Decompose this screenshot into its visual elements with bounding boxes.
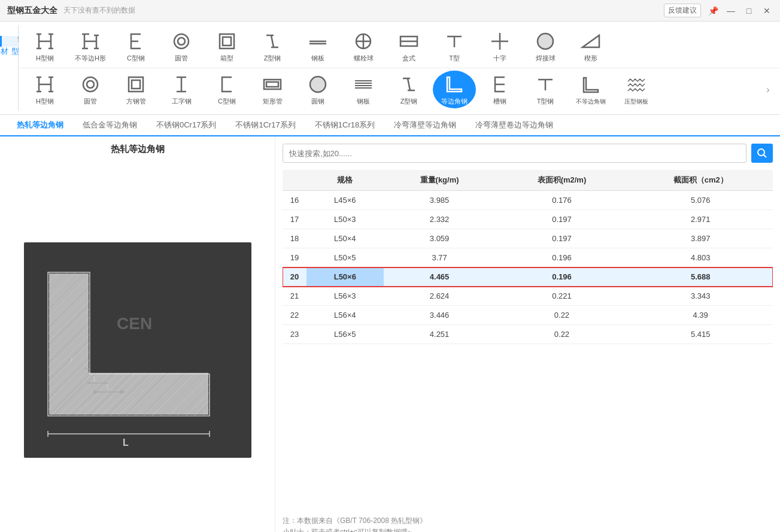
welding-c-steel[interactable]: C型钢 bbox=[114, 28, 157, 65]
welding-round-tube[interactable]: 圆管 bbox=[160, 28, 203, 65]
profile-z-steel[interactable]: Z型钢 bbox=[387, 71, 430, 108]
profile-c-steel[interactable]: C型钢 bbox=[205, 71, 248, 108]
toolbar: 焊接 型材 H型钢 bbox=[0, 22, 780, 115]
welding-box2[interactable]: 盒式 bbox=[387, 28, 430, 65]
welding-unequal-h[interactable]: 不等边H形 bbox=[69, 28, 112, 65]
cell-surface: 0.221 bbox=[496, 287, 629, 306]
col-no bbox=[283, 170, 306, 191]
table-row[interactable]: 19L50×53.770.1964.803 bbox=[283, 248, 773, 267]
profile-steel-plate-icon bbox=[352, 73, 375, 96]
cell-spec: L50×6 bbox=[306, 267, 384, 287]
welding-t-steel[interactable]: T型 bbox=[433, 28, 476, 65]
profile-t-steel[interactable]: T型钢 bbox=[524, 71, 567, 108]
profile-press-plate-icon bbox=[625, 74, 648, 96]
subtab-cold-thin-edge[interactable]: 冷弯薄壁卷边等边角钢 bbox=[466, 115, 563, 136]
z-steel-w-icon bbox=[261, 30, 284, 53]
box2-label: 盒式 bbox=[402, 54, 415, 63]
cell-weight: 4.251 bbox=[384, 325, 496, 344]
welding-plate[interactable]: 钢板 bbox=[296, 28, 339, 65]
cell-area: 3.897 bbox=[628, 229, 773, 248]
subtab-low-alloy[interactable]: 低合金等边角钢 bbox=[73, 115, 147, 136]
wedge-label: 楔形 bbox=[584, 54, 597, 63]
cell-spec: L56×5 bbox=[306, 325, 384, 344]
table-body: 16L45×63.9850.1765.07617L50×32.3320.1972… bbox=[283, 191, 773, 344]
svg-rect-44 bbox=[129, 77, 143, 92]
svg-point-43 bbox=[87, 81, 94, 88]
table-row[interactable]: 20L50×64.4650.1965.688 bbox=[283, 267, 773, 287]
table-row[interactable]: 21L56×32.6240.2213.343 bbox=[283, 287, 773, 306]
svg-point-96 bbox=[758, 149, 764, 156]
profile-round-tube[interactable]: 圆管 bbox=[69, 71, 112, 108]
search-button[interactable] bbox=[751, 144, 773, 163]
data-table[interactable]: 规格 重量(kg/m) 表面积(m2/m) 截面积（cm2） 16L45×63.… bbox=[283, 170, 773, 510]
welding-bolt-ball[interactable]: 螺栓球 bbox=[342, 28, 385, 65]
profile-round-steel-label: 圆钢 bbox=[311, 97, 324, 106]
c-steel-w-label: C型钢 bbox=[127, 54, 145, 63]
cell-spec: L45×6 bbox=[306, 191, 384, 210]
svg-text:r: r bbox=[71, 355, 74, 364]
profile-rect-tube[interactable]: 矩形管 bbox=[251, 71, 294, 108]
welding-wedge[interactable]: 楔形 bbox=[569, 28, 612, 65]
welding-h-beam[interactable]: H型钢 bbox=[23, 28, 66, 65]
c-steel-w-icon bbox=[125, 30, 147, 53]
app-subtitle: 天下没有查不到的数据 bbox=[63, 5, 135, 16]
profile-unequal-angle[interactable]: 不等边角钢 bbox=[569, 71, 612, 108]
subtab-hot-equal-angle[interactable]: 热轧等边角钢 bbox=[7, 115, 73, 136]
app-title: 型钢五金大全 bbox=[7, 5, 57, 16]
welding-box[interactable]: 箱型 bbox=[205, 28, 248, 65]
cell-weight: 4.465 bbox=[384, 267, 496, 287]
cell-weight: 3.985 bbox=[384, 191, 496, 210]
pin-button[interactable]: 📌 bbox=[707, 5, 719, 17]
more-button[interactable]: › bbox=[761, 84, 775, 95]
welding-row: H型钢 不等边H形 bbox=[19, 25, 780, 68]
table-row[interactable]: 18L50×43.0590.1973.897 bbox=[283, 229, 773, 248]
profile-equal-angle[interactable]: 等边角钢 bbox=[433, 71, 476, 108]
table-row[interactable]: 17L50×32.3320.1972.971 bbox=[283, 210, 773, 229]
profile-equal-angle-icon bbox=[443, 73, 466, 96]
svg-rect-45 bbox=[132, 80, 140, 89]
table-row[interactable]: 16L45×63.9850.1765.076 bbox=[283, 191, 773, 210]
search-icon bbox=[757, 148, 767, 159]
box-w-label: 箱型 bbox=[220, 54, 233, 63]
profile-i-beam[interactable]: 工字钢 bbox=[160, 71, 203, 108]
welding-weld-ball[interactable]: 焊接球 bbox=[524, 28, 567, 65]
welding-tab[interactable]: 焊接 bbox=[0, 25, 18, 36]
profile-unequal-angle-icon bbox=[579, 74, 602, 96]
profile-h-beam[interactable]: H型钢 bbox=[23, 71, 66, 108]
profile-square-tube[interactable]: 方钢管 bbox=[114, 71, 157, 108]
cell-area: 5.076 bbox=[628, 191, 773, 210]
cell-area: 5.415 bbox=[628, 325, 773, 344]
table-row[interactable]: 23L56×54.2510.225.415 bbox=[283, 325, 773, 344]
z-steel-w-label: Z型钢 bbox=[264, 54, 281, 63]
profile-press-plate[interactable]: 压型钢板 bbox=[615, 71, 658, 108]
subtab-cold-thin[interactable]: 冷弯薄壁等边角钢 bbox=[384, 115, 466, 136]
profile-tab[interactable]: 型材 bbox=[0, 36, 18, 47]
maximize-button[interactable]: □ bbox=[743, 5, 755, 17]
cell-weight: 3.77 bbox=[384, 248, 496, 267]
subtab-ss-0cr17[interactable]: 不锈钢0Cr17系列 bbox=[147, 115, 226, 136]
col-area: 截面积（cm2） bbox=[628, 170, 773, 191]
svg-line-57 bbox=[408, 78, 410, 90]
profile-press-plate-label: 压型钢板 bbox=[624, 98, 648, 106]
table-row[interactable]: 22L56×43.4460.224.39 bbox=[283, 306, 773, 325]
subtab-ss-1cr17[interactable]: 不锈钢1Cr17系列 bbox=[226, 115, 305, 136]
profile-t-steel-label: T型钢 bbox=[537, 97, 554, 106]
wedge-icon bbox=[579, 30, 602, 53]
subtab-ss-1cr18[interactable]: 不锈钢1Cr18系列 bbox=[305, 115, 384, 136]
welding-z-steel[interactable]: Z型钢 bbox=[251, 28, 294, 65]
profile-h-beam-icon bbox=[34, 73, 56, 96]
plate-w-icon bbox=[306, 30, 329, 53]
close-button[interactable]: ✕ bbox=[761, 5, 773, 17]
subtabs: 热轧等边角钢 低合金等边角钢 不锈钢0Cr17系列 不锈钢1Cr17系列 不锈钢… bbox=[0, 115, 780, 136]
profile-channel[interactable]: 槽钢 bbox=[478, 71, 521, 108]
feedback-button[interactable]: 反馈建议 bbox=[664, 4, 701, 17]
table-header-row: 规格 重量(kg/m) 表面积(m2/m) 截面积（cm2） bbox=[283, 170, 773, 191]
minimize-button[interactable]: — bbox=[725, 5, 737, 17]
svg-text:L: L bbox=[123, 437, 129, 448]
profile-round-steel[interactable]: 圆钢 bbox=[296, 71, 339, 108]
cell-spec: L56×3 bbox=[306, 287, 384, 306]
search-input[interactable] bbox=[283, 144, 746, 163]
profile-steel-plate[interactable]: 钢板 bbox=[342, 71, 385, 108]
welding-cross[interactable]: 十字 bbox=[478, 28, 521, 65]
h-beam-icon bbox=[34, 30, 56, 53]
